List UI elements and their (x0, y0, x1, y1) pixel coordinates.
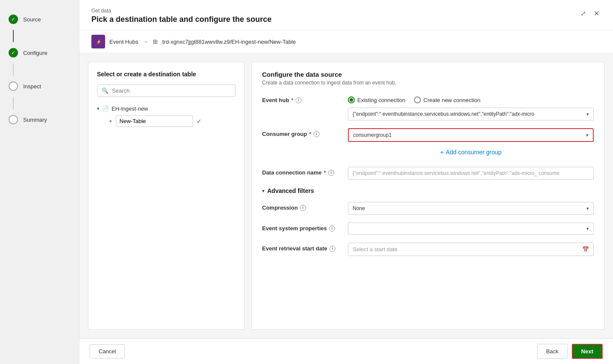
step-circle-configure: ✓ (9, 48, 18, 57)
sidebar-item-inspect[interactable]: Inspect (0, 75, 79, 97)
required-star-2: * (309, 131, 311, 137)
sidebar-item-label-summary: Summary (23, 117, 47, 123)
radio-dot-existing (348, 96, 355, 103)
tree-child-item: + ✓ (109, 114, 236, 129)
sidebar-item-label-inspect: Inspect (23, 83, 41, 90)
consumer-group-row: Consumer group * i consumergroup1 ▾ + Ad… (262, 128, 594, 159)
data-connection-name-row: Data connection name * i {"endpoint":" e… (262, 167, 594, 180)
consumer-group-value: consumergroup1 (353, 132, 586, 138)
event-hub-info-icon[interactable]: i (296, 97, 302, 103)
compression-chevron: ▾ (586, 206, 589, 211)
data-connection-info-icon[interactable]: i (328, 170, 334, 176)
connection-dropdown-value: {"endpoint":" eventhubinstance.servicebu… (353, 111, 586, 117)
compression-value: None (353, 205, 586, 211)
tree-folder-item[interactable]: ▾ 📄 EH-ingest-new (97, 104, 236, 114)
header-actions: ⤢ ✕ (579, 8, 601, 19)
event-hub-icon: ⚡ (91, 35, 105, 48)
compression-row: Compression i None ▾ (262, 202, 594, 215)
event-retrieval-row: Event retrieval start date i Select a st… (262, 243, 594, 256)
consumer-group-dropdown[interactable]: consumergroup1 ▾ (348, 128, 594, 142)
compression-info-icon[interactable]: i (300, 205, 306, 211)
step-circle-source: ✓ (9, 15, 18, 24)
svg-text:⚡: ⚡ (96, 39, 102, 45)
existing-connection-radio[interactable]: Existing connection (348, 96, 405, 103)
event-hub-row: Event hub * i Existing connection Create… (262, 94, 594, 120)
checkmark-configure: ✓ (11, 50, 15, 56)
event-retrieval-placeholder: Select a start date (353, 246, 398, 253)
header: Get data Pick a destination table and co… (79, 0, 613, 30)
calendar-icon: 📅 (582, 246, 589, 253)
consumer-group-chevron: ▾ (586, 132, 589, 138)
required-star-3: * (324, 169, 326, 176)
check-icon: ✓ (196, 118, 202, 125)
close-button[interactable]: ✕ (592, 8, 601, 19)
advanced-filters-row[interactable]: ▾ Advanced filters (262, 187, 594, 194)
add-plus-icon: + (440, 149, 444, 156)
connection-dropdown-chevron: ▾ (586, 111, 589, 117)
data-connection-name-label: Data connection name * i (262, 167, 348, 176)
event-retrieval-control: Select a start date 📅 (348, 243, 594, 256)
create-new-label: Create new connection (423, 97, 480, 103)
tree-plus-icon[interactable]: + (109, 118, 112, 124)
table-name-input[interactable] (116, 115, 193, 127)
page-title: Pick a destination table and configure t… (91, 15, 272, 24)
compression-control: None ▾ (348, 202, 594, 215)
event-system-properties-row: Event system properties i ▾ (262, 223, 594, 235)
breadcrumb-path: trd-xgnxc7jjgt881wwv8w.z9/EH-ingest-new/… (162, 39, 296, 45)
required-star-1: * (291, 97, 293, 103)
event-system-info-icon[interactable]: i (329, 226, 335, 232)
breadcrumb-source-name: Event Hubs (109, 39, 138, 45)
compression-label: Compression i (262, 202, 348, 211)
panels-container: Select or create a destination table 🔍 ▾… (79, 53, 613, 338)
consumer-group-info-icon[interactable]: i (314, 131, 320, 137)
create-new-radio[interactable]: Create new connection (414, 96, 480, 103)
sidebar-item-configure[interactable]: ✓ Configure (0, 42, 79, 63)
existing-connection-label: Existing connection (357, 97, 405, 103)
header-left: Get data Pick a destination table and co… (91, 8, 272, 24)
step-connector-2 (13, 63, 14, 75)
search-icon: 🔍 (102, 87, 109, 94)
data-connection-name-placeholder: {"endpoint":" eventhubinstance.servicebu… (353, 170, 589, 176)
get-data-label: Get data (91, 8, 272, 14)
cancel-button[interactable]: Cancel (90, 344, 125, 358)
search-input[interactable] (112, 87, 231, 94)
data-connection-name-dropdown[interactable]: {"endpoint":" eventhubinstance.servicebu… (348, 167, 594, 180)
step-circle-summary (9, 115, 18, 124)
connection-dropdown[interactable]: {"endpoint":" eventhubinstance.servicebu… (348, 108, 594, 120)
checkmark-source: ✓ (11, 16, 15, 22)
left-panel-title: Select or create a destination table (97, 71, 236, 78)
next-button[interactable]: Next (572, 344, 603, 359)
search-box[interactable]: 🔍 (97, 84, 236, 97)
right-panel-title: Configure the data source (262, 71, 594, 78)
radio-group: Existing connection Create new connectio… (348, 94, 594, 103)
event-retrieval-info-icon[interactable]: i (329, 246, 335, 252)
right-panel-subtitle: Create a data connection to ingest data … (262, 80, 594, 86)
sidebar: ✓ Source ✓ Configure Inspect Summary (0, 0, 79, 364)
expand-button[interactable]: ⤢ (579, 8, 588, 19)
sidebar-item-label-configure: Configure (23, 50, 47, 56)
tree-folder-name: EH-ingest-new (112, 105, 148, 112)
event-hub-control: Existing connection Create new connectio… (348, 94, 594, 120)
compression-dropdown[interactable]: None ▾ (348, 202, 594, 215)
footer-right: Back Next (537, 344, 603, 359)
breadcrumb-arrow: → (142, 38, 148, 45)
event-system-properties-control: ▾ (348, 223, 594, 235)
event-retrieval-date-input[interactable]: Select a start date 📅 (348, 243, 594, 256)
sidebar-item-source[interactable]: ✓ Source (0, 9, 79, 30)
sidebar-item-summary[interactable]: Summary (0, 109, 79, 130)
tree-chevron-icon[interactable]: ▾ (97, 106, 100, 111)
breadcrumb-bar: ⚡ Event Hubs → ⊞ trd-xgnxc7jjgt881wwv8w.… (79, 30, 613, 53)
right-panel: Configure the data source Create a data … (251, 62, 604, 330)
step-circle-inspect (9, 81, 18, 91)
back-button[interactable]: Back (537, 344, 568, 359)
add-consumer-group-link[interactable]: + Add consumer group (348, 145, 594, 159)
event-hub-label: Event hub * i (262, 94, 348, 103)
consumer-group-control: consumergroup1 ▾ + Add consumer group (348, 128, 594, 159)
left-panel: Select or create a destination table 🔍 ▾… (88, 62, 245, 330)
step-connector-1 (13, 30, 14, 42)
table-icon: ⊞ (153, 38, 158, 45)
event-system-properties-label: Event system properties i (262, 223, 348, 232)
event-retrieval-label: Event retrieval start date i (262, 243, 348, 252)
event-system-properties-dropdown[interactable]: ▾ (348, 223, 594, 235)
event-system-chevron: ▾ (586, 226, 589, 232)
